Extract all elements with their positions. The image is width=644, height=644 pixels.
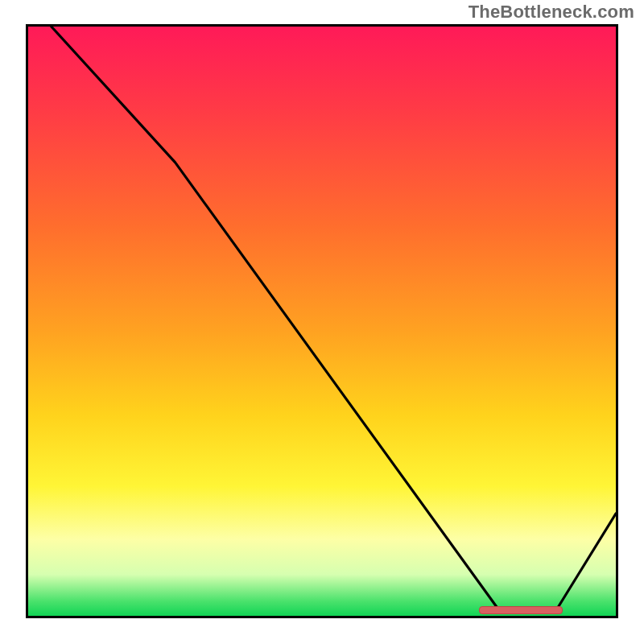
watermark-text: TheBottleneck.com [469, 2, 634, 23]
chart-stage: TheBottleneck.com [0, 0, 644, 644]
plot-area [26, 24, 618, 618]
optimal-range-marker [479, 606, 563, 614]
gradient-background [28, 27, 616, 616]
